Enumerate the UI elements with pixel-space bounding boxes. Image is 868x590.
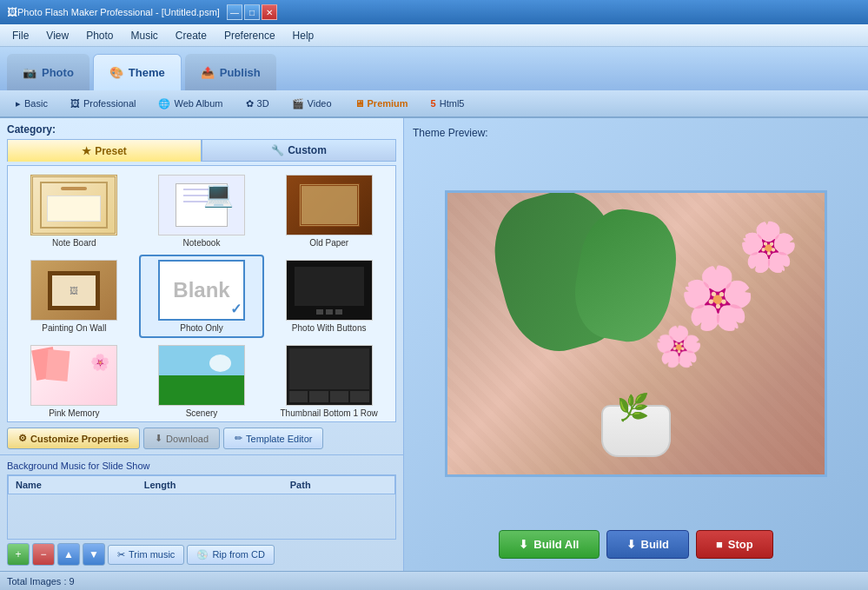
build-icon: ⬇ bbox=[626, 538, 636, 551]
app-title: Photo Flash Maker Professional - [Untitl… bbox=[17, 7, 220, 17]
theme-grid: Note Board 💻 bbox=[8, 166, 395, 422]
theme-icon: 🎨 bbox=[109, 66, 123, 79]
professional-icon: 🖼 bbox=[70, 98, 80, 109]
tab-custom[interactable]: 🔧 Custom bbox=[202, 139, 396, 162]
tab-preset[interactable]: ★ Preset bbox=[7, 139, 202, 162]
add-music-button[interactable]: + bbox=[7, 543, 30, 566]
theme-noteboard-label: Note Board bbox=[52, 238, 96, 248]
move-up-button[interactable]: ▲ bbox=[57, 543, 80, 566]
build-button[interactable]: ⬇ Build bbox=[606, 530, 690, 559]
menu-photo[interactable]: Photo bbox=[77, 27, 122, 44]
theme-noteboard[interactable]: Note Board bbox=[11, 169, 137, 253]
subtab-video-label: Video bbox=[308, 98, 332, 109]
music-table-container: Name Length Path bbox=[7, 474, 396, 540]
status-text: Total Images : 9 bbox=[7, 576, 75, 587]
theme-pinkmemory[interactable]: 🌸 Pink Memory bbox=[11, 340, 137, 422]
left-panel: Category: ★ Preset 🔧 Custom bbox=[0, 118, 404, 571]
theme-oldpaper[interactable]: Old Paper bbox=[266, 169, 392, 253]
tab-publish[interactable]: 📤 Publish bbox=[185, 54, 276, 90]
menubar: File View Photo Music Create Preference … bbox=[0, 24, 868, 47]
template-editor-label: Template Editor bbox=[246, 434, 312, 444]
subtab-html5-label: Html5 bbox=[440, 98, 465, 109]
move-down-button[interactable]: ▼ bbox=[83, 543, 105, 566]
theme-photoonly-thumb: Blank ✓ bbox=[158, 260, 245, 321]
music-section-label: Background Music for Slide Show bbox=[7, 461, 396, 471]
template-editor-button[interactable]: ✏ Template Editor bbox=[223, 428, 323, 449]
subtab-professional[interactable]: 🖼 Professional bbox=[60, 95, 147, 112]
theme-thumbnailbottom-label: Thumbnail Bottom 1 Row bbox=[281, 408, 378, 418]
music-col-name: Name bbox=[9, 476, 137, 494]
customize-properties-button[interactable]: ⚙ Customize Properties bbox=[7, 428, 140, 449]
theme-scenery-label: Scenery bbox=[186, 408, 218, 418]
menu-create[interactable]: Create bbox=[167, 27, 215, 44]
theme-photobuttons[interactable]: Photo With Buttons bbox=[266, 255, 392, 338]
premium-icon: 🖥 bbox=[354, 98, 364, 109]
maximize-button[interactable]: □ bbox=[244, 4, 260, 20]
main-tabbar: 📷 Photo 🎨 Theme 📤 Publish bbox=[0, 47, 868, 90]
video-icon: 🎬 bbox=[292, 98, 304, 109]
category-label: Category: bbox=[7, 123, 56, 136]
music-controls: + − ▲ ▼ ✂ Trim music 💿 Rip from CD bbox=[7, 543, 396, 566]
theme-notebook[interactable]: 💻 Notebook bbox=[139, 169, 265, 253]
titlebar: 🖼 Photo Flash Maker Professional - [Unti… bbox=[0, 0, 868, 24]
html5-icon: 5 bbox=[431, 98, 436, 109]
theme-paintingonwall[interactable]: 🖼 Painting On Wall bbox=[11, 255, 137, 338]
subtab-html5[interactable]: 5 Html5 bbox=[421, 95, 475, 112]
tab-photo-label: Photo bbox=[42, 66, 74, 79]
menu-help[interactable]: Help bbox=[284, 27, 323, 44]
scissors-icon: ✂ bbox=[117, 549, 125, 560]
subtab-3d[interactable]: ✿ 3D bbox=[235, 95, 280, 113]
menu-music[interactable]: Music bbox=[123, 27, 167, 44]
subtab-premium-label: Premium bbox=[368, 98, 408, 109]
star-icon: ★ bbox=[82, 145, 91, 157]
preset-custom-tabs: ★ Preset 🔧 Custom bbox=[7, 139, 396, 162]
build-all-icon: ⬇ bbox=[519, 538, 528, 551]
customize-label: Customize Properties bbox=[30, 434, 129, 444]
minimize-button[interactable]: — bbox=[227, 4, 242, 20]
subtab-premium[interactable]: 🖥 Premium bbox=[344, 95, 419, 112]
theme-scenery[interactable]: Scenery bbox=[139, 340, 265, 422]
close-button[interactable]: ✕ bbox=[262, 4, 277, 20]
music-col-length: Length bbox=[137, 476, 283, 494]
trim-music-button[interactable]: ✂ Trim music bbox=[108, 545, 184, 565]
menu-file[interactable]: File bbox=[3, 27, 37, 44]
theme-photoonly[interactable]: Blank ✓ Photo Only bbox=[139, 255, 265, 338]
tab-photo[interactable]: 📷 Photo bbox=[7, 54, 89, 90]
subtab-webalbum-label: Web Album bbox=[174, 98, 222, 109]
theme-noteboard-thumb bbox=[30, 175, 117, 235]
theme-oldpaper-label: Old Paper bbox=[309, 238, 348, 248]
remove-music-button[interactable]: − bbox=[32, 543, 55, 566]
subtab-basic-label: Basic bbox=[24, 98, 48, 109]
subtab-basic[interactable]: ▸ Basic bbox=[5, 95, 58, 113]
photo-icon: 📷 bbox=[23, 66, 36, 79]
download-button[interactable]: ⬇ Download bbox=[143, 428, 220, 449]
preview-label: Theme Preview: bbox=[413, 127, 859, 139]
rip-cd-button[interactable]: 💿 Rip from CD bbox=[187, 545, 275, 565]
subtab-video[interactable]: 🎬 Video bbox=[282, 95, 342, 113]
music-table: Name Length Path bbox=[8, 475, 395, 494]
menu-view[interactable]: View bbox=[37, 27, 77, 44]
theme-photoonly-label: Photo Only bbox=[180, 323, 222, 333]
preview-image-area: 🌸 🌸 🌸 🌿 bbox=[413, 146, 859, 521]
content-area: Category: ★ Preset 🔧 Custom bbox=[0, 118, 868, 571]
theme-notebook-thumb: 💻 bbox=[158, 175, 245, 235]
download-label: Download bbox=[166, 434, 209, 444]
menu-preference[interactable]: Preference bbox=[215, 27, 284, 44]
build-controls: ⬇ Build All ⬇ Build ■ Stop bbox=[413, 521, 859, 562]
build-all-button[interactable]: ⬇ Build All bbox=[499, 530, 599, 559]
theme-thumbnailbottom[interactable]: Thumbnail Bottom 1 Row bbox=[266, 340, 392, 422]
theme-scenery-thumb bbox=[158, 345, 245, 406]
stop-label: Stop bbox=[728, 538, 753, 551]
preview-image-box: 🌸 🌸 🌸 🌿 bbox=[445, 190, 827, 477]
theme-paintingonwall-thumb: 🖼 bbox=[30, 260, 117, 321]
publish-icon: 📤 bbox=[201, 66, 215, 79]
stop-button[interactable]: ■ Stop bbox=[696, 530, 773, 559]
subtab-webalbum[interactable]: 🌐 Web Album bbox=[148, 95, 233, 113]
statusbar: Total Images : 9 bbox=[0, 571, 868, 590]
theme-thumbnailbottom-thumb bbox=[286, 345, 373, 406]
rip-cd-label: Rip from CD bbox=[212, 549, 265, 560]
trim-music-label: Trim music bbox=[129, 549, 175, 560]
tab-theme[interactable]: 🎨 Theme bbox=[93, 54, 182, 90]
custom-label: Custom bbox=[288, 144, 327, 156]
theme-pinkmemory-thumb: 🌸 bbox=[30, 345, 117, 406]
